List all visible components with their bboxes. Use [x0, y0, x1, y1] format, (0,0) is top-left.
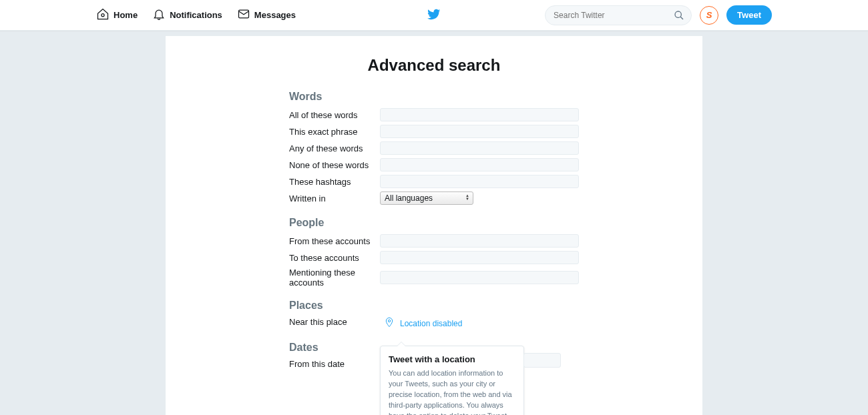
- bell-icon: [152, 7, 166, 23]
- svg-point-2: [675, 11, 681, 17]
- advanced-search-page: Advanced search Words All of these words…: [166, 36, 702, 415]
- label-from-accounts: From these accounts: [289, 236, 380, 246]
- global-search[interactable]: [545, 5, 692, 25]
- mail-icon: [237, 7, 250, 23]
- svg-point-4: [388, 320, 390, 322]
- home-icon: [96, 7, 110, 23]
- label-near-place: Near this place: [289, 317, 380, 327]
- svg-point-0: [101, 14, 104, 17]
- top-nav: Home Notifications Messages: [0, 0, 868, 31]
- svg-line-3: [680, 17, 683, 19]
- input-from-accounts[interactable]: [380, 234, 579, 248]
- input-none-words[interactable]: [380, 158, 579, 171]
- label-any-words: Any of these words: [289, 143, 380, 153]
- label-none-words: None of these words: [289, 160, 380, 170]
- input-to-accounts[interactable]: [380, 251, 579, 264]
- input-mentioning-accounts[interactable]: [380, 271, 579, 284]
- label-all-words: All of these words: [289, 110, 380, 120]
- select-caret-icon: ▲▼: [465, 194, 469, 201]
- nav-home[interactable]: Home: [96, 7, 138, 23]
- search-icon: [674, 10, 684, 23]
- location-disabled[interactable]: Location disabled: [384, 317, 579, 330]
- location-disabled-text: Location disabled: [400, 319, 462, 328]
- global-search-input[interactable]: [554, 11, 670, 20]
- input-all-words[interactable]: [380, 108, 579, 121]
- nav-notifications-label: Notifications: [170, 10, 222, 20]
- label-to-accounts: To these accounts: [289, 253, 380, 263]
- label-exact-phrase: This exact phrase: [289, 127, 380, 137]
- svg-rect-1: [238, 10, 248, 18]
- popover-title: Tweet with a location: [389, 354, 515, 364]
- avatar[interactable]: S: [700, 6, 718, 25]
- label-written-in: Written in: [289, 193, 380, 203]
- section-people-heading: People: [289, 217, 579, 229]
- nav-messages-label: Messages: [254, 10, 296, 20]
- label-hashtags: These hashtags: [289, 177, 380, 187]
- select-language[interactable]: All languages ▲▼: [380, 191, 473, 205]
- nav-notifications[interactable]: Notifications: [152, 7, 222, 23]
- location-popover: Tweet with a location You can add locati…: [380, 346, 524, 415]
- location-pin-icon: [384, 317, 395, 330]
- section-places-heading: Places: [289, 300, 579, 312]
- select-language-value: All languages: [385, 193, 433, 203]
- section-words-heading: Words: [289, 91, 579, 103]
- nav-messages[interactable]: Messages: [237, 7, 296, 23]
- twitter-logo[interactable]: [427, 7, 441, 23]
- page-title: Advanced search: [166, 56, 702, 75]
- popover-body: You can add location information to your…: [389, 368, 515, 415]
- input-any-words[interactable]: [380, 141, 579, 155]
- nav-home-label: Home: [114, 10, 138, 20]
- input-exact-phrase[interactable]: [380, 125, 579, 138]
- input-hashtags[interactable]: [380, 175, 579, 188]
- avatar-initial: S: [706, 10, 712, 20]
- tweet-button[interactable]: Tweet: [726, 5, 772, 25]
- label-from-date: From this date: [289, 359, 380, 369]
- input-from-date-peek[interactable]: [523, 353, 561, 368]
- label-mentioning-accounts: Mentioning these accounts: [289, 268, 380, 288]
